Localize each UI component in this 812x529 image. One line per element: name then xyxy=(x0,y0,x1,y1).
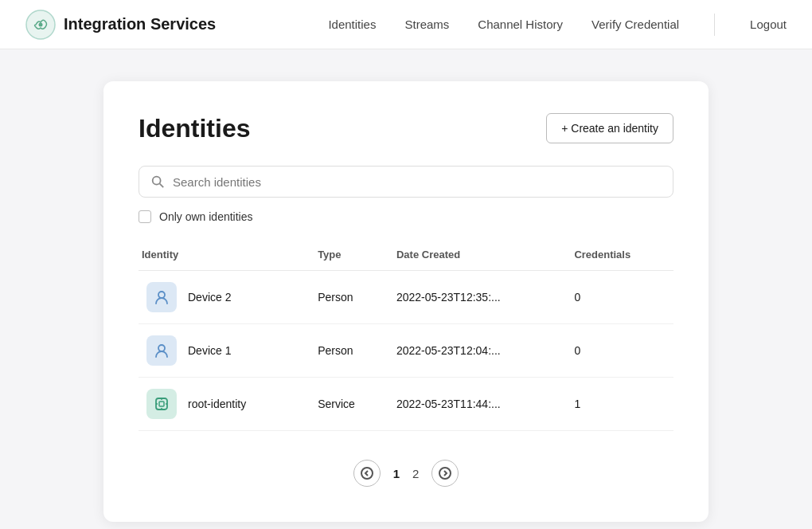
brand-name: Integration Services xyxy=(64,15,216,33)
svg-rect-7 xyxy=(159,402,164,406)
search-bar xyxy=(139,166,673,198)
brand-logo: Integration Services xyxy=(25,10,216,40)
next-page-button[interactable] xyxy=(431,460,459,487)
svg-point-13 xyxy=(439,468,451,479)
col-date-created: Date Created xyxy=(388,242,566,271)
page-2[interactable]: 2 xyxy=(412,467,419,480)
identity-cell: root-identity xyxy=(139,378,310,431)
identity-name: Device 1 xyxy=(188,344,231,357)
identity-credentials: 0 xyxy=(566,271,673,324)
logo-icon xyxy=(25,10,56,40)
table-row[interactable]: Device 1Person2022-05-23T12:04:...0 xyxy=(139,324,673,378)
identity-date: 2022-05-23T12:04:... xyxy=(388,324,566,378)
svg-point-5 xyxy=(158,345,165,351)
card-header: Identities + Create an identity xyxy=(139,113,673,143)
table-row[interactable]: Device 2Person2022-05-23T12:35:...0 xyxy=(139,271,673,324)
identity-cell: Device 1 xyxy=(139,324,310,378)
identity-credentials: 0 xyxy=(566,324,673,378)
identity-cell: Device 2 xyxy=(139,271,310,324)
identity-date: 2022-05-23T11:44:... xyxy=(388,378,566,431)
create-identity-button[interactable]: + Create an identity xyxy=(546,113,673,143)
page-title: Identities xyxy=(139,114,250,143)
table-body: Device 2Person2022-05-23T12:35:...0 Devi… xyxy=(139,271,673,431)
identity-name: root-identity xyxy=(188,398,246,410)
identity-type: Service xyxy=(310,378,388,431)
svg-point-2 xyxy=(153,177,161,185)
identity-type: Person xyxy=(310,271,388,324)
prev-page-button[interactable] xyxy=(353,460,381,487)
svg-point-4 xyxy=(158,292,165,298)
search-icon xyxy=(150,174,165,189)
nav-links: Identities Streams Channel History Verif… xyxy=(328,14,787,36)
svg-point-1 xyxy=(39,22,43,26)
svg-line-3 xyxy=(160,184,164,188)
own-identities-filter: Only own identities xyxy=(139,210,673,223)
identity-type: Person xyxy=(310,324,388,378)
top-nav: Integration Services Identities Streams … xyxy=(0,0,812,49)
identities-card: Identities + Create an identity Only own… xyxy=(103,81,709,522)
table-row[interactable]: root-identityService2022-05-23T11:44:...… xyxy=(139,378,673,431)
table-header: Identity Type Date Created Credentials xyxy=(139,242,673,271)
service-icon xyxy=(146,389,177,419)
identity-credentials: 1 xyxy=(566,378,673,431)
logout-link[interactable]: Logout xyxy=(750,18,787,31)
main-content: Identities + Create an identity Only own… xyxy=(0,49,812,529)
nav-divider xyxy=(714,14,715,36)
identities-table: Identity Type Date Created Credentials D… xyxy=(139,242,673,431)
pagination: 1 2 xyxy=(139,460,673,487)
person-icon xyxy=(146,282,177,312)
col-type: Type xyxy=(310,242,388,271)
nav-channel-history[interactable]: Channel History xyxy=(478,18,563,31)
page-1[interactable]: 1 xyxy=(393,467,400,480)
nav-streams[interactable]: Streams xyxy=(404,18,449,31)
col-identity: Identity xyxy=(139,242,310,271)
person-icon xyxy=(146,335,177,366)
own-identities-label[interactable]: Only own identities xyxy=(159,210,253,223)
identity-name: Device 2 xyxy=(188,291,231,304)
svg-point-12 xyxy=(361,468,373,479)
col-credentials: Credentials xyxy=(566,242,673,271)
own-identities-checkbox[interactable] xyxy=(139,210,151,223)
identity-date: 2022-05-23T12:35:... xyxy=(388,271,566,324)
nav-identities[interactable]: Identities xyxy=(328,18,376,31)
search-input[interactable] xyxy=(173,175,662,189)
nav-verify-credential[interactable]: Verify Credential xyxy=(591,18,679,31)
svg-rect-6 xyxy=(156,398,167,409)
